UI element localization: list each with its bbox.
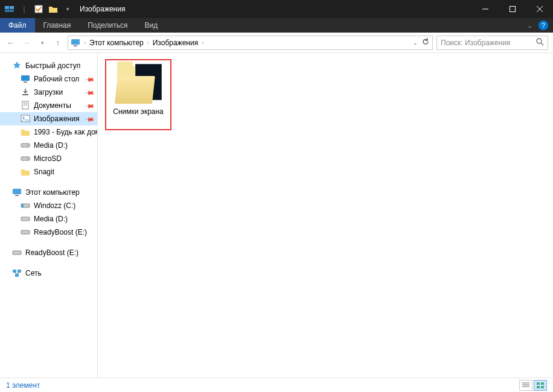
pin-icon: 📌 [85,101,95,110]
svg-rect-3 [35,5,42,13]
nav-forward-button[interactable]: → [21,37,33,49]
breadcrumb-this-pc[interactable]: Этот компьютер [87,39,146,47]
pictures-icon [21,114,30,124]
svg-line-34 [14,273,17,274]
sidebar-label: Сеть [25,269,42,277]
nav-up-button[interactable]: ↑ [52,37,64,49]
drive-icon [21,227,30,237]
desktop-icon [21,74,30,84]
sidebar-quick-access[interactable]: Быстрый доступ [0,59,97,72]
svg-point-10 [537,39,542,43]
sidebar-item-label: Рабочий стол [34,75,79,83]
nav-recent-button[interactable]: ▾ [36,37,48,49]
view-details-button[interactable] [519,380,532,391]
sidebar-item-label: Windozz (C:) [34,201,75,210]
sidebar-this-pc[interactable]: Этот компьютер [0,186,97,199]
pin-icon: 📌 [85,74,95,84]
ribbon: Файл Главная Поделиться Вид ⌄ ? [0,18,553,33]
drive-icon [21,214,30,224]
address-dropdown-icon[interactable]: ⌄ [413,40,418,46]
sidebar-item-label: Документы [34,101,71,110]
sidebar-readyboost[interactable]: ReadyBoost (E:) [0,246,97,259]
svg-rect-42 [541,386,544,388]
tab-home[interactable]: Главная [35,18,80,33]
svg-rect-29 [21,230,30,234]
qat-separator: | [18,3,30,15]
svg-rect-5 [510,7,515,12]
svg-point-19 [23,117,25,119]
sidebar-item-downloads[interactable]: Загрузки 📌 [0,86,97,99]
drive-icon [21,154,30,163]
close-button[interactable] [526,0,553,18]
folder-label: Снимки экрана [107,107,169,116]
svg-rect-32 [18,270,21,273]
sidebar-item-label: Media (D:) [34,141,68,150]
svg-rect-33 [15,274,19,277]
content-pane[interactable]: Снимки экрана [98,53,553,378]
breadcrumb-separator[interactable]: › [200,40,205,46]
svg-rect-39 [537,382,540,385]
svg-rect-30 [13,251,21,254]
sidebar-item-pictures[interactable]: Изображения 📌 [0,112,97,125]
breadcrumb-separator[interactable]: › [146,40,150,46]
navigation-pane: Быстрый доступ Рабочий стол 📌 Загрузки 📌… [0,53,98,378]
status-count: 1 элемент [6,381,40,390]
svg-rect-40 [541,382,544,385]
svg-rect-0 [5,6,9,9]
qat-checkbox-icon[interactable] [33,3,45,15]
svg-rect-27 [21,204,24,207]
downloads-icon [21,87,30,97]
tab-view[interactable]: Вид [136,18,166,33]
sidebar-item-drive-c[interactable]: Windozz (C:) [0,199,97,212]
breadcrumb-pictures[interactable]: Изображения [150,39,200,47]
tab-file[interactable]: Файл [0,18,35,33]
ribbon-collapse-icon[interactable]: ⌄ [527,22,532,30]
qat-dropdown-icon[interactable]: ▾ [62,3,74,15]
sidebar-item-documents[interactable]: Документы 📌 [0,99,97,112]
sidebar-item-snagit[interactable]: Snagit [0,165,97,179]
sidebar-item-label: MicroSD [34,154,62,163]
pin-icon: 📌 [85,87,95,97]
nav-back-button[interactable]: ← [5,37,17,49]
svg-line-11 [541,43,543,45]
svg-rect-14 [22,94,28,95]
sidebar-item-media-d[interactable]: Media (D:) [0,139,97,152]
breadcrumb-separator[interactable]: › [83,40,87,46]
sidebar-item-label: Snagit [34,168,54,176]
minimize-button[interactable] [471,0,499,18]
folder-icon [21,167,30,177]
sidebar-item-folder-1993[interactable]: 1993 - Будь как дом [0,125,97,139]
svg-rect-25 [15,195,19,196]
quick-access-icon [12,61,22,71]
maximize-button[interactable] [499,0,526,18]
sidebar-label: Этот компьютер [25,188,80,197]
folder-thumbnail [115,64,162,104]
sidebar-item-desktop[interactable]: Рабочий стол 📌 [0,72,97,86]
tab-share[interactable]: Поделиться [79,18,136,33]
drive-icon [21,141,30,150]
sidebar-item-label: ReadyBoost (E:) [34,228,87,236]
search-icon[interactable] [536,38,544,48]
sidebar-item-microsd[interactable]: MicroSD [0,152,97,165]
svg-rect-9 [74,45,77,46]
svg-rect-41 [537,386,540,388]
svg-point-21 [27,145,28,146]
sidebar-label: Быстрый доступ [25,62,80,70]
sidebar-item-drive-e[interactable]: ReadyBoost (E:) [0,226,97,239]
sidebar-network[interactable]: Сеть [0,267,97,280]
qat-folder-icon[interactable] [47,3,59,15]
sidebar-item-label: 1993 - Будь как дом [34,128,98,136]
address-bar[interactable]: › Этот компьютер › Изображения › ⌄ [68,36,433,50]
folder-item-screenshots[interactable]: Снимки экрана [105,60,171,122]
pc-icon [12,188,22,197]
svg-rect-8 [71,39,80,45]
search-input[interactable]: Поиск: Изображения [436,36,548,50]
refresh-icon[interactable] [421,37,430,48]
sidebar-item-drive-d[interactable]: Media (D:) [0,212,97,226]
folder-icon [21,127,30,137]
network-icon [12,268,22,278]
pc-icon [71,38,80,48]
help-icon[interactable]: ? [539,21,548,30]
svg-rect-31 [13,270,16,273]
view-icons-button[interactable] [534,380,547,391]
